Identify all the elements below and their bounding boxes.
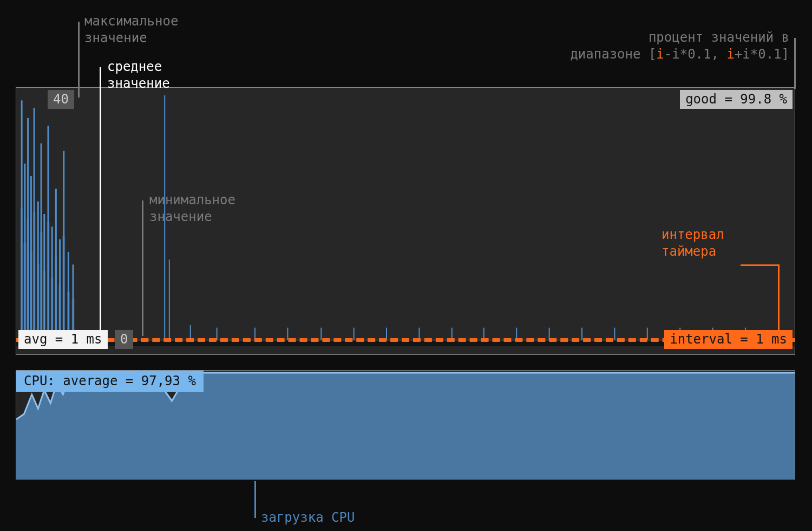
good-pct-annotation-range-mid2: +i*0.1] bbox=[735, 47, 789, 62]
svg-rect-39 bbox=[68, 252, 69, 340]
good-pct-annotation-i2: i bbox=[726, 47, 734, 62]
svg-rect-15 bbox=[37, 202, 39, 340]
svg-rect-0 bbox=[21, 100, 23, 340]
good-pct-annotation-range-mid1: -i*0.1, bbox=[664, 47, 727, 62]
svg-rect-18 bbox=[41, 144, 42, 341]
max-value-annotation: максимальное значение bbox=[84, 13, 178, 47]
good-pct-annotation-range-pre: диапазоне [ bbox=[570, 47, 656, 62]
avg-value-annotation-line2: значение bbox=[107, 76, 170, 91]
good-percentage-chip: good = 99.8 % bbox=[680, 90, 793, 109]
svg-rect-7 bbox=[27, 218, 29, 341]
good-pct-annotation: процент значений в диапазоне [i-i*0.1, i… bbox=[570, 29, 789, 63]
cpu-load-leader bbox=[254, 481, 256, 518]
svg-rect-27 bbox=[51, 226, 53, 340]
svg-rect-6 bbox=[27, 118, 29, 340]
good-pct-annotation-i1: i bbox=[656, 47, 664, 62]
svg-rect-12 bbox=[34, 108, 35, 340]
svg-rect-42 bbox=[73, 264, 74, 340]
interval-annotation-line1: интервал bbox=[662, 227, 724, 242]
interval-leader-h bbox=[741, 264, 780, 266]
max-value-leader bbox=[78, 22, 80, 98]
cpu-load-annotation: загрузка CPU bbox=[261, 509, 355, 526]
cpu-load-annotation-text: загрузка CPU bbox=[261, 510, 355, 525]
interval-annotation-line2: таймера bbox=[662, 244, 716, 259]
max-value-annotation-line2: значение bbox=[84, 30, 147, 46]
svg-rect-30 bbox=[55, 189, 57, 340]
min-value-annotation-line2: значение bbox=[149, 209, 212, 224]
avg-value-chip: avg = 1 ms bbox=[18, 330, 108, 349]
svg-rect-10 bbox=[30, 250, 32, 340]
svg-rect-21 bbox=[43, 214, 45, 340]
interval-leader-v bbox=[778, 264, 780, 333]
min-value-annotation-line1: минимальное bbox=[149, 192, 235, 208]
interval-annotation: интервал таймера bbox=[662, 226, 724, 260]
svg-rect-16 bbox=[37, 264, 40, 340]
svg-rect-25 bbox=[47, 222, 50, 340]
good-pct-leader bbox=[794, 38, 796, 89]
timer-spikes-plot bbox=[16, 88, 795, 354]
min-value-leader bbox=[142, 200, 143, 336]
svg-rect-9 bbox=[30, 176, 32, 340]
svg-rect-36 bbox=[63, 151, 64, 341]
svg-rect-4 bbox=[23, 243, 26, 340]
timer-latency-chart: 40 good = 99.8 % 0 avg = 1 ms interval =… bbox=[16, 88, 795, 354]
svg-rect-19 bbox=[40, 232, 43, 340]
svg-rect-1 bbox=[21, 209, 23, 341]
cpu-average-chip: CPU: average = 97,93 % bbox=[16, 371, 204, 392]
avg-value-annotation: среднее значение bbox=[107, 59, 170, 92]
svg-rect-24 bbox=[48, 126, 49, 340]
svg-rect-37 bbox=[62, 236, 65, 340]
svg-rect-3 bbox=[24, 164, 25, 340]
svg-rect-31 bbox=[55, 257, 57, 340]
svg-rect-13 bbox=[33, 212, 36, 340]
min-value-chip: 0 bbox=[115, 330, 133, 349]
interval-value-chip: interval = 1 ms bbox=[664, 330, 793, 349]
max-value-annotation-line1: максимальное bbox=[84, 14, 178, 29]
cpu-load-chart: CPU: average = 97,93 % bbox=[16, 371, 795, 479]
good-pct-annotation-line1: процент значений в bbox=[649, 30, 789, 45]
avg-value-annotation-line1: среднее bbox=[107, 59, 162, 74]
avg-value-leader bbox=[100, 67, 101, 333]
svg-rect-33 bbox=[59, 239, 61, 340]
min-value-annotation: минимальное значение bbox=[149, 192, 235, 225]
svg-rect-47 bbox=[169, 260, 170, 340]
max-value-chip: 40 bbox=[48, 90, 74, 109]
